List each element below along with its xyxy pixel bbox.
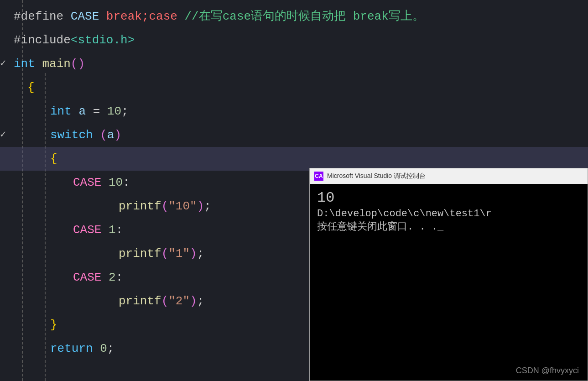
case-num-1: 1 bbox=[109, 218, 116, 242]
case-colon: : bbox=[123, 171, 130, 194]
switch-paren-open: ( bbox=[100, 123, 107, 147]
macro-case-1: CASE bbox=[73, 218, 109, 242]
semicolon: ; bbox=[121, 99, 129, 123]
console-output-prompt: 按任意键关闭此窗口. . ._ bbox=[317, 219, 580, 233]
printf1-paren-close: ) bbox=[190, 242, 197, 266]
macro-case-2: CASE bbox=[73, 266, 109, 289]
case1-colon: : bbox=[116, 218, 123, 242]
printf1-semi: ; bbox=[197, 242, 204, 266]
printf2-paren-open: ( bbox=[161, 289, 169, 313]
watermark: CSDN @fhvyxyci bbox=[516, 366, 579, 376]
code-line-switch: switch (a) bbox=[0, 123, 588, 147]
code-line-brace-open: { bbox=[0, 76, 588, 99]
var-a: a bbox=[78, 99, 93, 123]
op-assign: = bbox=[93, 99, 107, 123]
printf-func: printf bbox=[119, 194, 161, 218]
printf1-paren-open: ( bbox=[161, 242, 169, 266]
macro-value: break;case bbox=[106, 5, 185, 28]
printf-semi: ; bbox=[204, 194, 211, 218]
paren-open: ( bbox=[71, 52, 78, 76]
printf-string-2: "2" bbox=[168, 289, 190, 313]
comment: //在写case语句的时候自动把 break写上。 bbox=[184, 5, 424, 28]
number-10: 10 bbox=[107, 99, 121, 123]
printf2-semi: ; bbox=[197, 289, 204, 313]
console-window[interactable]: CA Microsoft Visual Studio 调试控制台 10 D:\d… bbox=[309, 168, 588, 381]
switch-paren-close: ) bbox=[114, 123, 121, 147]
hash-define: #define bbox=[14, 5, 71, 28]
brace-open: { bbox=[27, 76, 35, 99]
printf-string-10: "10" bbox=[168, 194, 197, 218]
macro-case: CASE bbox=[73, 171, 109, 194]
return-semi: ; bbox=[107, 337, 114, 360]
console-body: 10 D:\develop\code\c\new\test1\r 按任意键关闭此… bbox=[310, 184, 588, 381]
switch-brace-open: { bbox=[50, 147, 57, 171]
console-titlebar: CA Microsoft Visual Studio 调试控制台 bbox=[310, 168, 588, 184]
keyword-return: return bbox=[50, 337, 100, 360]
include-keyword: #include bbox=[14, 28, 71, 52]
paren-close: ) bbox=[78, 52, 85, 76]
printf2-paren-close: ) bbox=[190, 289, 197, 313]
code-line-switch-brace: { bbox=[0, 147, 588, 171]
func-main: main bbox=[42, 52, 70, 76]
type-int: int bbox=[14, 52, 42, 76]
return-zero: 0 bbox=[100, 337, 107, 360]
switch-brace-close: } bbox=[50, 313, 57, 337]
printf-string-1: "1" bbox=[168, 242, 190, 266]
console-output-path: D:\develop\code\c\new\test1\r bbox=[317, 208, 580, 219]
vs-icon: CA bbox=[314, 172, 323, 181]
switch-var: a bbox=[107, 123, 114, 147]
case2-colon: : bbox=[116, 266, 123, 289]
case-num-2: 2 bbox=[109, 266, 116, 289]
printf-func-2: printf bbox=[119, 289, 161, 313]
case-num-10: 10 bbox=[109, 171, 123, 194]
code-line-define: #define CASE break;case //在写case语句的时候自动把… bbox=[0, 5, 588, 28]
code-line-main: int main() bbox=[0, 52, 588, 76]
console-title: Microsoft Visual Studio 调试控制台 bbox=[327, 172, 426, 180]
printf-paren-close: ) bbox=[197, 194, 204, 218]
editor-area: #define CASE break;case //在写case语句的时候自动把… bbox=[0, 0, 588, 381]
printf-func-1: printf bbox=[119, 242, 161, 266]
type-int-2: int bbox=[50, 99, 78, 123]
keyword-switch: switch bbox=[50, 123, 100, 147]
code-line-int-a: int a = 10; bbox=[0, 99, 588, 123]
printf-paren-open: ( bbox=[161, 194, 169, 218]
include-lib: <stdio.h> bbox=[71, 28, 135, 52]
console-output-number: 10 bbox=[317, 189, 580, 206]
macro-name: CASE bbox=[71, 5, 106, 28]
code-line-include: #include<stdio.h> bbox=[0, 28, 588, 52]
